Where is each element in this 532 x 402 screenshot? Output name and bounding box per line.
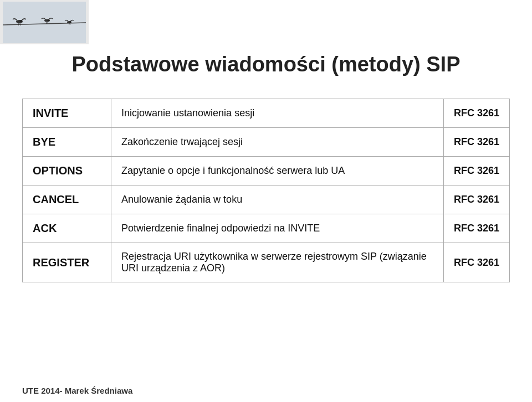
svg-line-12 bbox=[69, 23, 70, 25]
description-cell: Potwierdzenie finalnej odpowiedzi na INV… bbox=[111, 214, 444, 243]
method-cell: OPTIONS bbox=[23, 157, 111, 185]
methods-table: INVITEInicjowanie ustanowienia sesjiRFC … bbox=[22, 99, 510, 282]
description-cell: Zakończenie trwającej sesji bbox=[111, 128, 444, 157]
svg-rect-0 bbox=[3, 2, 86, 43]
methods-table-container: INVITEInicjowanie ustanowienia sesjiRFC … bbox=[0, 99, 532, 282]
description-cell: Zapytanie o opcje i funkcjonalność serwe… bbox=[111, 157, 444, 185]
method-cell: INVITE bbox=[23, 99, 111, 128]
description-cell: Rejestracja URI użytkownika w serwerze r… bbox=[111, 243, 444, 282]
table-row: REGISTERRejestracja URI użytkownika w se… bbox=[23, 243, 510, 282]
method-cell: REGISTER bbox=[23, 243, 111, 282]
method-cell: ACK bbox=[23, 214, 111, 243]
rfc-cell: RFC 3261 bbox=[443, 99, 509, 128]
footer-text: UTE 2014- Marek Średniawa bbox=[22, 386, 132, 395]
table-row: CANCELAnulowanie żądania w tokuRFC 3261 bbox=[23, 185, 510, 214]
table-row: ACKPotwierdzenie finalnej odpowiedzi na … bbox=[23, 214, 510, 243]
description-cell: Anulowanie żądania w toku bbox=[111, 185, 444, 214]
method-cell: CANCEL bbox=[23, 185, 111, 214]
rfc-cell: RFC 3261 bbox=[443, 157, 509, 185]
description-cell: Inicjowanie ustanowienia sesji bbox=[111, 99, 444, 128]
table-row: INVITEInicjowanie ustanowienia sesjiRFC … bbox=[23, 99, 510, 128]
rfc-cell: RFC 3261 bbox=[443, 128, 509, 157]
svg-point-3 bbox=[20, 20, 22, 22]
header-image bbox=[0, 0, 89, 44]
table-row: OPTIONSZapytanie o opcje i funkcjonalnoś… bbox=[23, 157, 510, 185]
svg-point-11 bbox=[70, 21, 71, 23]
svg-line-13 bbox=[70, 23, 70, 25]
method-cell: BYE bbox=[23, 128, 111, 157]
svg-line-9 bbox=[48, 22, 48, 24]
svg-point-7 bbox=[48, 19, 50, 21]
rfc-cell: RFC 3261 bbox=[443, 185, 509, 214]
rfc-cell: RFC 3261 bbox=[443, 214, 509, 243]
table-row: BYEZakończenie trwającej sesjiRFC 3261 bbox=[23, 128, 510, 157]
rfc-cell: RFC 3261 bbox=[443, 243, 509, 282]
